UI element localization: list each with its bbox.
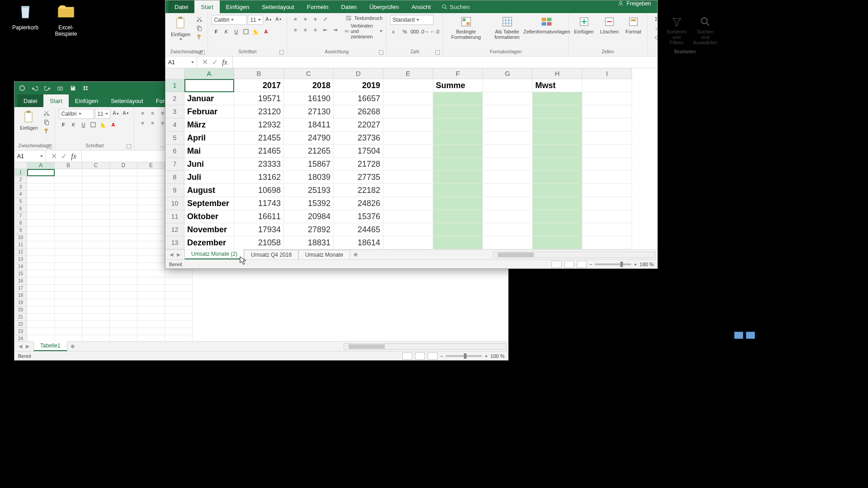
row-header[interactable]: 12 (165, 223, 184, 236)
fx-enter-button[interactable]: ✓ (60, 152, 68, 160)
cell[interactable] (433, 118, 483, 131)
cell[interactable] (110, 335, 137, 341)
cell[interactable] (82, 328, 110, 335)
cell[interactable] (82, 321, 110, 328)
tab-file[interactable]: Datei (168, 0, 194, 13)
row-header[interactable]: 8 (14, 220, 27, 227)
cell[interactable] (55, 227, 82, 234)
cell[interactable] (82, 169, 110, 176)
cell[interactable] (533, 236, 582, 249)
cell[interactable] (27, 256, 55, 263)
align-center-button[interactable]: ≡ (301, 26, 310, 34)
cell[interactable] (55, 285, 82, 292)
qat-touch-icon[interactable] (81, 84, 90, 92)
decrease-decimal-button[interactable]: ←.0 (430, 28, 439, 36)
zoom-in-button[interactable]: + (634, 262, 637, 267)
cell[interactable]: 18831 (284, 236, 334, 249)
cell[interactable] (533, 131, 582, 145)
cell[interactable] (82, 314, 110, 321)
align-middle-button[interactable]: ≡ (148, 109, 157, 117)
cell[interactable] (82, 256, 110, 263)
cell[interactable]: März (184, 118, 234, 131)
cell[interactable]: 16611 (234, 210, 284, 223)
font-color-button[interactable]: A (108, 121, 118, 129)
tab-view[interactable]: Ansicht (405, 0, 437, 13)
cell[interactable] (137, 227, 165, 234)
cell[interactable]: 27735 (334, 171, 383, 184)
cell[interactable]: 19571 (234, 92, 284, 105)
column-header[interactable]: A (184, 68, 234, 79)
tab-data[interactable]: Daten (335, 0, 363, 13)
cell[interactable]: August (184, 184, 234, 197)
cell[interactable] (165, 314, 193, 321)
cell[interactable] (433, 158, 483, 171)
cell[interactable]: 18411 (284, 118, 334, 131)
cell[interactable] (110, 277, 137, 285)
column-header[interactable]: F (433, 68, 483, 79)
cell[interactable] (533, 210, 582, 223)
cell[interactable] (383, 118, 433, 131)
bold-button[interactable]: F (59, 121, 68, 129)
cell[interactable] (110, 183, 137, 191)
spreadsheet-grid[interactable]: ABCDEFGHI1201720182019SummeMwst2Januar19… (165, 68, 657, 249)
cell[interactable] (383, 236, 433, 249)
cell[interactable]: 15376 (334, 210, 383, 223)
cell[interactable] (110, 212, 137, 220)
fx-enter-button[interactable]: ✓ (211, 58, 219, 66)
cell[interactable] (433, 236, 483, 249)
cell[interactable]: 27892 (284, 223, 334, 236)
cell[interactable] (533, 118, 582, 131)
bold-button[interactable]: F (212, 28, 221, 36)
cell[interactable]: 16657 (334, 92, 383, 105)
row-header[interactable]: 3 (165, 105, 184, 118)
cell[interactable] (27, 299, 55, 306)
cell[interactable] (383, 171, 433, 184)
select-all-corner[interactable] (165, 68, 184, 79)
cell[interactable]: 24465 (334, 223, 383, 236)
fill-color-button[interactable] (251, 28, 260, 36)
cell[interactable] (137, 176, 165, 183)
cell[interactable] (110, 191, 137, 198)
excel-window-front[interactable]: Datei Start Einfügen Seitenlayout Formel… (165, 0, 658, 269)
zoom-in-button[interactable]: + (485, 353, 487, 359)
copy-button[interactable] (195, 24, 204, 32)
cell[interactable] (110, 270, 137, 277)
view-page-layout-button[interactable] (564, 261, 574, 268)
cell[interactable] (383, 79, 433, 92)
cell[interactable] (82, 270, 110, 277)
align-top-button[interactable]: ≡ (138, 109, 147, 117)
column-header[interactable]: H (533, 68, 582, 79)
paste-button[interactable]: Einfügen (169, 15, 192, 41)
cell[interactable] (27, 263, 55, 270)
cell[interactable] (55, 191, 82, 198)
cell[interactable] (165, 270, 193, 277)
increase-decimal-button[interactable]: .0→ (420, 28, 429, 36)
row-header[interactable]: 6 (165, 145, 184, 158)
merge-center-button[interactable]: Verbinden und zentrieren (345, 23, 382, 39)
cell[interactable] (55, 263, 82, 270)
cell[interactable]: April (184, 131, 234, 145)
cell[interactable] (582, 171, 632, 184)
delete-cells-button[interactable]: Löschen (598, 15, 621, 35)
zoom-slider[interactable] (446, 355, 482, 357)
cell[interactable] (383, 184, 433, 197)
cell[interactable] (55, 183, 82, 191)
cell[interactable] (383, 158, 433, 171)
select-all-corner[interactable] (14, 162, 27, 169)
cell[interactable] (82, 205, 110, 212)
cell[interactable] (533, 92, 582, 105)
cell[interactable]: 18614 (334, 236, 383, 249)
cut-button[interactable] (195, 15, 204, 23)
row-header[interactable]: 13 (165, 236, 184, 249)
column-header[interactable]: B (234, 68, 284, 79)
row-header[interactable]: 5 (165, 131, 184, 145)
cell[interactable] (55, 220, 82, 227)
cut-button[interactable] (42, 109, 51, 117)
cell[interactable]: September (184, 197, 234, 210)
cell[interactable] (582, 223, 632, 236)
cell[interactable] (82, 306, 110, 314)
cell[interactable] (483, 158, 533, 171)
cell[interactable] (55, 270, 82, 277)
row-header[interactable]: 6 (14, 205, 27, 212)
formula-input[interactable] (233, 56, 657, 68)
